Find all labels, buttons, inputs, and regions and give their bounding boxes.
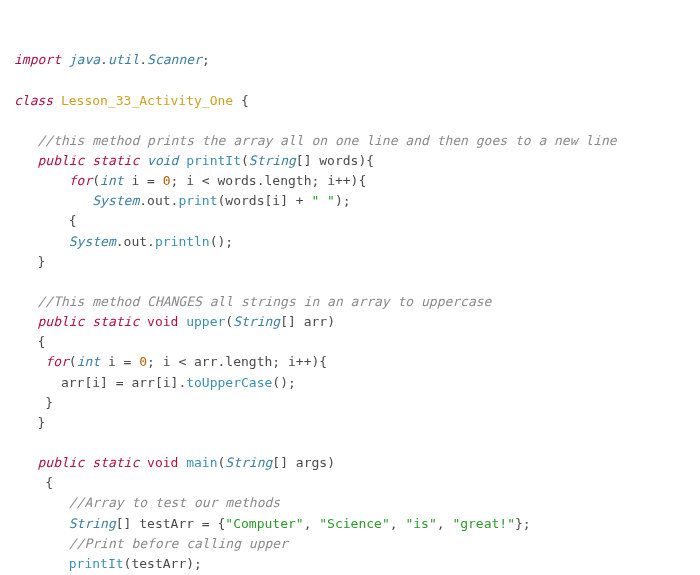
- kw-public: public: [37, 153, 84, 168]
- semicolon: ;: [272, 354, 288, 369]
- sp: [53, 93, 61, 108]
- brace-close: }: [515, 516, 523, 531]
- kw-for: for: [45, 354, 68, 369]
- semicolon: ;: [147, 354, 163, 369]
- var-i: i: [186, 173, 194, 188]
- type-string: String: [69, 516, 116, 531]
- var-i: i: [163, 354, 171, 369]
- pkg-util: util: [108, 52, 139, 67]
- paren-close: ): [186, 556, 194, 571]
- bracket-close: ]: [100, 375, 108, 390]
- brace-open: {: [37, 334, 45, 349]
- prop-length: length: [265, 173, 312, 188]
- op-eq: =: [108, 375, 131, 390]
- semicolon: ;: [523, 516, 531, 531]
- op-plus: +: [288, 193, 311, 208]
- sp: [288, 455, 296, 470]
- brace-open: {: [241, 93, 249, 108]
- field-out: out: [147, 193, 170, 208]
- brace-open: {: [319, 354, 327, 369]
- brace-open: {: [69, 213, 77, 228]
- var-i: i: [272, 193, 280, 208]
- semicolon: ;: [311, 173, 327, 188]
- brace-close: }: [37, 254, 45, 269]
- fn-main: main: [186, 455, 217, 470]
- pkg-java: java: [69, 52, 100, 67]
- comment: //This method CHANGES all strings in an …: [37, 294, 491, 309]
- kw-static: static: [92, 153, 139, 168]
- op-eq: =: [116, 354, 139, 369]
- brace-open: {: [358, 173, 366, 188]
- brace-close: }: [37, 415, 45, 430]
- var-words: words: [218, 173, 257, 188]
- kw-void: void: [147, 153, 178, 168]
- var-i: i: [327, 173, 335, 188]
- dot: .: [116, 234, 124, 249]
- var-words: words: [319, 153, 358, 168]
- kw-static: static: [92, 455, 139, 470]
- paren-close: ): [335, 193, 343, 208]
- comma: ,: [304, 516, 320, 531]
- prop-length: length: [225, 354, 272, 369]
- kw-import: import: [14, 52, 61, 67]
- sp: [100, 354, 108, 369]
- fn-touppercase: toUpperCase: [186, 375, 272, 390]
- comment: //Array to test our methods: [69, 495, 280, 510]
- var-args: args: [296, 455, 327, 470]
- paren-open: (: [241, 153, 249, 168]
- str-is: "is": [405, 516, 436, 531]
- semicolon: ;: [202, 52, 210, 67]
- semicolon: ;: [288, 375, 296, 390]
- brace-close: }: [45, 395, 53, 410]
- type-string: String: [249, 153, 296, 168]
- kw-class: class: [14, 93, 53, 108]
- dot: .: [100, 52, 108, 67]
- var-i: i: [92, 375, 100, 390]
- var-words: words: [225, 193, 264, 208]
- fn-printit: printIt: [69, 556, 124, 571]
- sp: [61, 52, 69, 67]
- fn-upper: upper: [186, 314, 225, 329]
- semicolon: ;: [194, 556, 202, 571]
- paren-open: (: [210, 234, 218, 249]
- kw-public: public: [37, 455, 84, 470]
- sp: [296, 314, 304, 329]
- op-inc: ++: [296, 354, 312, 369]
- code-block: import java.util.Scanner; class Lesson_3…: [14, 50, 686, 575]
- paren-open: (: [92, 173, 100, 188]
- var-i: i: [108, 354, 116, 369]
- op-eq: =: [139, 173, 162, 188]
- var-arr: arr: [131, 375, 154, 390]
- brace-open: {: [366, 153, 374, 168]
- sp: [233, 93, 241, 108]
- str-space: " ": [311, 193, 334, 208]
- op-inc: ++: [335, 173, 351, 188]
- bracket-close: ]: [280, 193, 288, 208]
- brace-open: {: [45, 475, 53, 490]
- dot: .: [139, 193, 147, 208]
- type-int: int: [77, 354, 100, 369]
- semicolon: ;: [225, 234, 233, 249]
- dot: .: [147, 234, 155, 249]
- dot: .: [139, 52, 147, 67]
- paren-open: (: [69, 354, 77, 369]
- fn-printit: printIt: [186, 153, 241, 168]
- num-zero: 0: [163, 173, 171, 188]
- var-i: i: [163, 375, 171, 390]
- brackets: []: [296, 153, 312, 168]
- kw-static: static: [92, 314, 139, 329]
- kw-void: void: [147, 314, 178, 329]
- fn-println: println: [155, 234, 210, 249]
- pkg-scanner: Scanner: [147, 52, 202, 67]
- var-i: i: [288, 354, 296, 369]
- paren-close: ): [327, 455, 335, 470]
- semicolon: ;: [343, 193, 351, 208]
- op-eq: =: [194, 516, 217, 531]
- class-system: System: [92, 193, 139, 208]
- op-lt: <: [194, 173, 217, 188]
- type-int: int: [100, 173, 123, 188]
- paren-open: (: [225, 314, 233, 329]
- paren-close: ): [280, 375, 288, 390]
- var-arr: arr: [304, 314, 327, 329]
- var-arr: arr: [61, 375, 84, 390]
